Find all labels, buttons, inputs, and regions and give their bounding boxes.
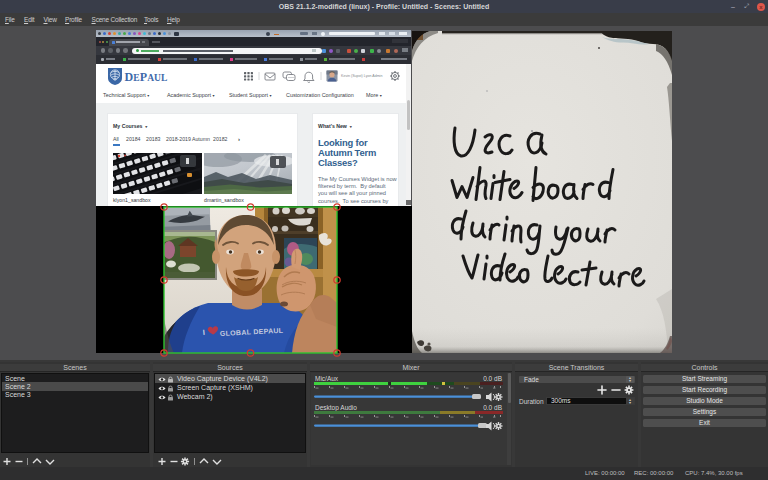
svg-text:Kevin (Supot) Lyon Admin: Kevin (Supot) Lyon Admin: [341, 74, 382, 78]
svg-text:DEPAUL: DEPAUL: [125, 70, 168, 84]
